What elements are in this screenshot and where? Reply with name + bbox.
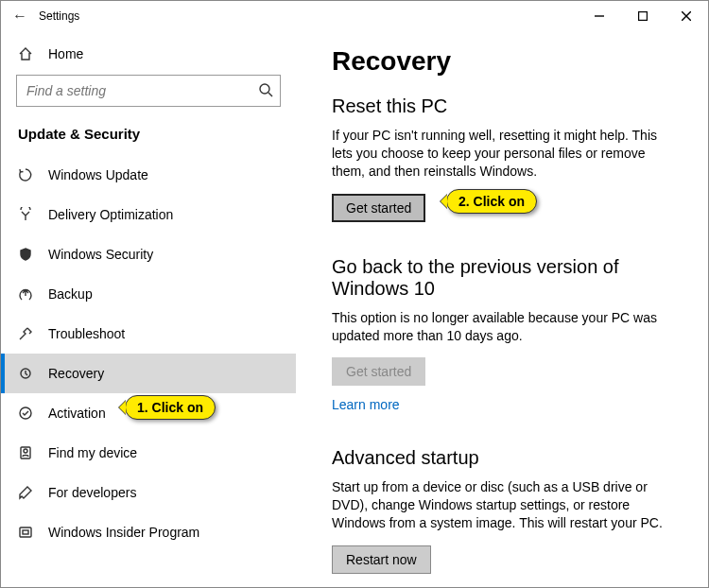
window-title: Settings xyxy=(39,9,79,23)
restart-now-button[interactable]: Restart now xyxy=(332,545,431,574)
sidebar-item-backup[interactable]: Backup xyxy=(1,274,296,314)
nav-icon xyxy=(18,286,39,302)
nav-label: Backup xyxy=(48,286,93,302)
svg-rect-10 xyxy=(20,527,31,537)
svg-rect-1 xyxy=(639,12,648,21)
reset-desc: If your PC isn't running well, resetting… xyxy=(332,127,672,181)
learn-more-link[interactable]: Learn more xyxy=(332,397,400,412)
nav-icon xyxy=(18,525,39,540)
category-heading: Update & Security xyxy=(1,116,296,155)
goback-heading: Go back to the previous version of Windo… xyxy=(332,256,683,300)
reset-heading: Reset this PC xyxy=(332,95,683,117)
settings-window: ← Settings Home TenForums.com Update & S… xyxy=(0,0,709,588)
sidebar: Home TenForums.com Update & Security Win… xyxy=(1,31,296,587)
back-button[interactable]: ← xyxy=(7,8,33,25)
advanced-desc: Start up from a device or disc (such as … xyxy=(332,478,672,532)
nav-label: Find my device xyxy=(48,445,137,460)
sidebar-item-windows-update[interactable]: Windows Update xyxy=(1,155,296,195)
search-icon xyxy=(258,82,273,97)
svg-rect-11 xyxy=(23,530,28,534)
svg-point-9 xyxy=(24,449,27,453)
nav-label: Troubleshoot xyxy=(48,326,125,341)
nav-icon xyxy=(18,445,39,460)
nav-label: Activation xyxy=(48,406,106,421)
nav-label: Delivery Optimization xyxy=(48,207,173,222)
reset-get-started-button[interactable]: Get started xyxy=(332,194,425,222)
nav-icon xyxy=(18,406,39,421)
sidebar-item-for-developers[interactable]: For developers xyxy=(1,473,296,512)
nav-icon xyxy=(18,366,39,381)
goback-section: Go back to the previous version of Windo… xyxy=(332,256,683,414)
content-area: Recovery Reset this PC If your PC isn't … xyxy=(296,31,708,587)
home-icon xyxy=(18,46,39,61)
home-nav[interactable]: Home xyxy=(1,37,296,71)
goback-get-started-button: Get started xyxy=(332,357,425,386)
nav-label: For developers xyxy=(48,485,136,500)
maximize-button[interactable] xyxy=(621,1,665,31)
callout-1: 1. Click on xyxy=(125,395,216,420)
nav-label: Windows Update xyxy=(48,167,148,182)
sidebar-item-windows-insider-program[interactable]: Windows Insider Program xyxy=(1,512,296,552)
minimize-button[interactable] xyxy=(578,1,621,31)
advanced-section: Advanced startup Start up from a device … xyxy=(332,447,683,574)
nav-icon xyxy=(18,167,39,182)
nav-icon xyxy=(18,326,39,341)
nav-label: Windows Security xyxy=(48,247,153,262)
titlebar: ← Settings xyxy=(1,1,708,31)
nav-label: Windows Insider Program xyxy=(48,525,199,540)
nav-label: Recovery xyxy=(48,366,104,381)
sidebar-item-troubleshoot[interactable]: Troubleshoot xyxy=(1,314,296,354)
nav-icon xyxy=(18,485,39,500)
sidebar-item-recovery[interactable]: Recovery xyxy=(1,354,296,393)
callout-2: 2. Click on xyxy=(446,189,537,214)
page-title: Recovery xyxy=(332,46,683,77)
svg-point-4 xyxy=(260,84,269,94)
advanced-heading: Advanced startup xyxy=(332,447,683,469)
nav-icon xyxy=(18,247,39,262)
goback-desc: This option is no longer available becau… xyxy=(332,309,672,345)
sidebar-item-delivery-optimization[interactable]: Delivery Optimization xyxy=(1,195,296,234)
sidebar-item-windows-security[interactable]: Windows Security xyxy=(1,234,296,274)
svg-line-5 xyxy=(268,93,272,96)
svg-point-7 xyxy=(20,407,31,419)
sidebar-item-find-my-device[interactable]: Find my device xyxy=(1,433,296,473)
close-button[interactable] xyxy=(665,1,708,31)
search-input[interactable] xyxy=(16,75,281,107)
nav-icon xyxy=(18,207,39,222)
home-label: Home xyxy=(48,46,83,61)
